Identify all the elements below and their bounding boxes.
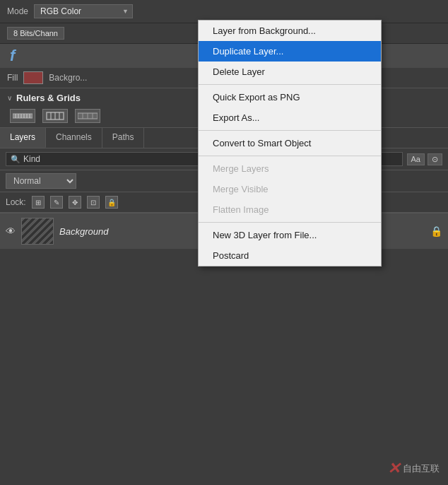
menu-item-quick-export-png[interactable]: Quick Export as PNG: [199, 87, 381, 107]
menu-separator: [199, 156, 381, 156]
tab-channels[interactable]: Channels: [46, 128, 102, 148]
ruler-icon-3[interactable]: [75, 109, 100, 123]
menu-item-layer-from-bg[interactable]: Layer from Background...: [199, 21, 381, 41]
menu-item-delete-layer[interactable]: Delete Layer: [199, 62, 381, 82]
lock-transform-icon[interactable]: ⊡: [87, 196, 100, 209]
menu-separator: [199, 130, 381, 131]
tab-layers[interactable]: Layers: [0, 128, 46, 148]
tab-paths[interactable]: Paths: [102, 128, 145, 148]
bits-button[interactable]: 8 Bits/Chann: [7, 27, 64, 40]
fill-text: Backgro...: [49, 73, 87, 83]
context-menu: Layer from Background...Duplicate Layer.…: [198, 20, 382, 267]
ruler-icon-2[interactable]: [42, 109, 68, 123]
layer-lock-icon: 🔒: [430, 226, 442, 237]
watermark-text: 自由互联: [403, 462, 440, 475]
search-filter-button[interactable]: ⊙: [428, 153, 442, 165]
layer-visibility-icon[interactable]: 👁: [6, 226, 16, 237]
ruler-icon-1[interactable]: [10, 109, 35, 123]
rulers-title: Rulers & Grids: [16, 93, 81, 103]
lock-brush-icon[interactable]: ✎: [50, 196, 63, 209]
menu-item-postcard[interactable]: Postcard: [199, 245, 381, 266]
mode-label: Mode: [7, 6, 28, 16]
menu-item-merge-layers: Merge Layers: [199, 158, 381, 179]
lock-checkerboard-icon[interactable]: ⊞: [32, 196, 45, 209]
search-extra: Aa ⊙: [407, 153, 442, 165]
menu-separator: [199, 222, 381, 223]
lock-all-icon[interactable]: 🔒: [105, 196, 118, 209]
menu-item-new-3d-layer[interactable]: New 3D Layer from File...: [199, 225, 381, 245]
lock-label: Lock:: [6, 197, 26, 207]
watermark-x-icon: ✕: [387, 460, 400, 478]
fill-label: Fill: [7, 73, 18, 83]
menu-item-convert-smart[interactable]: Convert to Smart Object: [199, 133, 381, 153]
menu-item-export-as[interactable]: Export As...: [199, 107, 381, 128]
rulers-arrow[interactable]: ∨: [7, 94, 12, 102]
blend-mode-select[interactable]: Normal: [6, 173, 76, 189]
fb-icon: f: [10, 47, 15, 65]
fill-swatch[interactable]: [23, 71, 43, 84]
layer-thumb-preview: [22, 218, 53, 244]
menu-item-flatten-image: Flatten Image: [199, 199, 381, 220]
menu-item-duplicate-layer[interactable]: Duplicate Layer...: [199, 41, 381, 62]
ruler-svg-2: [45, 111, 65, 121]
ruler-svg-1: [13, 111, 33, 121]
ruler-svg-3: [78, 111, 98, 121]
menu-item-merge-visible: Merge Visible: [199, 179, 381, 199]
search-icon: 🔍: [11, 155, 20, 164]
menu-separator: [199, 84, 381, 85]
watermark: ✕ 自由互联: [387, 460, 440, 478]
mode-select[interactable]: RGB Color: [34, 4, 133, 18]
layer-thumbnail: [21, 218, 54, 245]
search-aa-button[interactable]: Aa: [407, 153, 425, 165]
mode-select-wrapper: RGB Color: [34, 4, 133, 18]
lock-move-icon[interactable]: ✥: [69, 196, 81, 209]
search-kind: Kind: [23, 154, 40, 164]
